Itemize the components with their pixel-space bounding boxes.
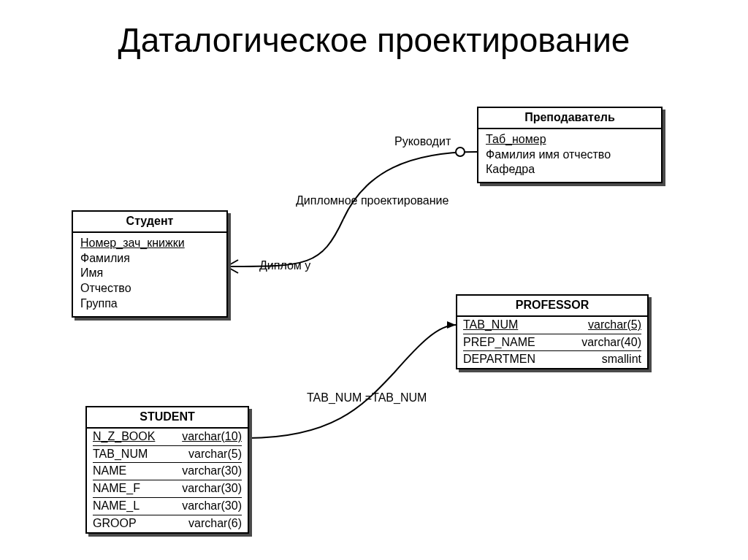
attr: Номер_зач_книжки <box>80 236 219 251</box>
entity-teacher-title: Преподаватель <box>478 108 661 129</box>
relation-label-fk-join: TAB_NUM =TAB_NUM <box>307 391 427 404</box>
svg-point-3 <box>456 147 465 156</box>
attr: Фамилия <box>80 251 219 266</box>
attr: Кафедра <box>486 162 654 177</box>
svg-marker-4 <box>447 321 456 329</box>
relation-label-diploma-design: Дипломное проектирование <box>296 194 449 207</box>
svg-line-0 <box>226 260 238 266</box>
relation-label-diploma-at: Диплом у <box>259 259 310 272</box>
entity-student: Студент Номер_зач_книжки Фамилия Имя Отч… <box>72 210 228 318</box>
table-professor: PROFESSOR TAB_NUMvarchar(5) PREP_NAMEvar… <box>456 294 649 369</box>
entity-student-title: Студент <box>73 212 226 233</box>
table-professor-title: PROFESSOR <box>457 296 647 317</box>
entity-teacher: Преподаватель Таб_номер Фамилия имя отче… <box>477 107 663 183</box>
table-student: STUDENT N_Z_BOOKvarchar(10) TAB_NUMvarch… <box>85 406 249 534</box>
table-student-body: N_Z_BOOKvarchar(10) TAB_NUMvarchar(5) NA… <box>87 429 248 532</box>
svg-line-1 <box>226 266 238 273</box>
relation-label-guides: Руководит <box>394 135 451 148</box>
diagram-canvas: Преподаватель Таб_номер Фамилия имя отче… <box>0 0 748 560</box>
table-professor-body: TAB_NUMvarchar(5) PREP_NAMEvarchar(40) D… <box>457 317 647 368</box>
attr: Таб_номер <box>486 132 654 147</box>
attr: Отчество <box>80 281 219 296</box>
attr: Группа <box>80 296 219 312</box>
table-student-title: STUDENT <box>87 407 248 429</box>
attr: Фамилия имя отчество <box>486 147 654 163</box>
entity-teacher-body: Таб_номер Фамилия имя отчество Кафедра <box>478 129 661 182</box>
attr: Имя <box>80 266 219 281</box>
entity-student-body: Номер_зач_книжки Фамилия Имя Отчество Гр… <box>73 233 226 316</box>
